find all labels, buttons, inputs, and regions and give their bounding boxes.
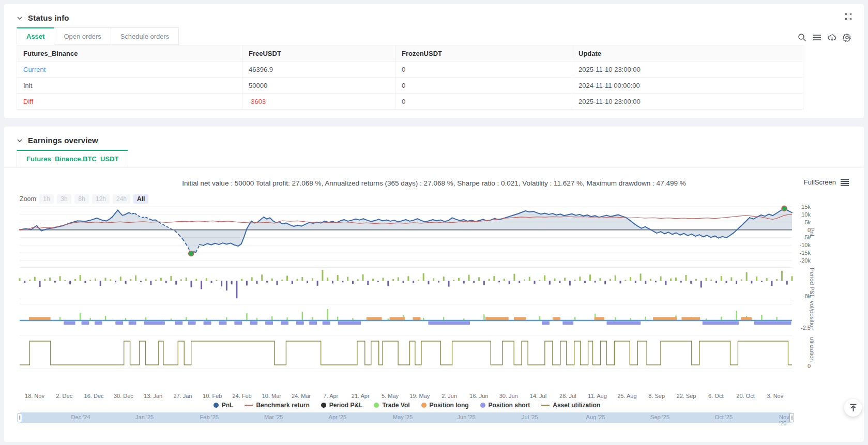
datazoom-month-label: Aug '25 xyxy=(586,414,605,420)
svg-text:10k: 10k xyxy=(801,211,811,218)
legend-label: PnL xyxy=(222,402,234,409)
x-tick-label: 16. Jun xyxy=(469,393,488,399)
gear-icon[interactable] xyxy=(843,33,851,42)
datazoom-month-label: Jan '25 xyxy=(135,414,154,420)
x-tick-label: 28. Jul xyxy=(559,393,576,399)
legend-swatch xyxy=(541,405,550,406)
x-tick-label: 30. Dec xyxy=(114,393,133,399)
cell-current-frozen: 0 xyxy=(395,62,572,78)
chart-panel-period-pnl[interactable]: -8k xyxy=(17,267,815,299)
arrow-up-to-top-icon xyxy=(849,404,857,412)
cell-current-free: 46396.9 xyxy=(242,62,395,78)
table-row-current: Current 46396.9 0 2025-11-10 23:00:00 xyxy=(17,62,803,78)
expand-icon[interactable] xyxy=(844,12,852,21)
col-header-account: Futures_Binance xyxy=(17,45,242,62)
chart-panel-vol-position[interactable]: -2.5 xyxy=(17,304,815,331)
legend-item-asset-utilization[interactable]: Asset utilization xyxy=(541,402,600,409)
row-label-current[interactable]: Current xyxy=(17,62,242,78)
earnings-chart: 15k10k5k0-5k-10k-15k-20k-8k-2.50PnLPerio… xyxy=(17,207,851,429)
cell-init-update: 2024-11-11 00:00:00 xyxy=(572,78,803,94)
datazoom-month-label: Oct '25 xyxy=(715,414,733,420)
datazoom-month-label: Feb '25 xyxy=(200,414,219,420)
legend-item-trade-vol[interactable]: Trade Vol xyxy=(374,402,409,409)
x-tick-label: 2. Jun xyxy=(441,393,457,399)
tab-asset[interactable]: Asset xyxy=(17,27,54,45)
chart-legend: PnLBenchmark returnPeriod P&LTrade VolPo… xyxy=(17,402,797,409)
legend-swatch xyxy=(245,405,253,406)
svg-text:5k: 5k xyxy=(804,219,811,225)
legend-item-benchmark-return[interactable]: Benchmark return xyxy=(245,402,309,409)
cloud-download-icon[interactable] xyxy=(828,33,836,42)
chart-panel-pnl[interactable]: 15k10k5k0-5k-10k-15k-20k xyxy=(17,207,815,260)
fullscreen-button[interactable]: FullScreen xyxy=(804,178,836,186)
tabs-divider xyxy=(4,167,864,168)
x-tick-label: 27. Jan xyxy=(173,393,192,399)
legend-swatch xyxy=(421,403,427,408)
zoom-option-3h[interactable]: 3h xyxy=(57,194,71,204)
zoom-option-8h[interactable]: 8h xyxy=(74,194,89,204)
collapse-chevron-icon[interactable] xyxy=(17,15,23,21)
earnings-overview-panel: Earnings overview Futures_Binance.BTC_US… xyxy=(4,127,864,442)
legend-item-pnl[interactable]: PnL xyxy=(214,402,234,409)
status-info-panel: Status info Asset Open orders Schedule o… xyxy=(4,4,864,118)
earnings-overview-title: Earnings overview xyxy=(28,136,98,145)
x-tick-label: 24. Mar xyxy=(292,393,311,399)
cell-current-update: 2025-11-10 23:00:00 xyxy=(572,62,803,78)
x-tick-label: 14. Jul xyxy=(530,393,546,399)
x-tick-label: 13. Jan xyxy=(144,393,162,399)
svg-text:-20k: -20k xyxy=(800,257,811,264)
x-tick-label: 18. Nov xyxy=(25,393,44,399)
earnings-stats-text: Initial net value : 50000 Total profit: … xyxy=(17,179,851,187)
cell-diff-update: 2025-11-10 23:00:00 xyxy=(572,94,803,110)
axis-name-utilization: utilization xyxy=(809,337,815,362)
chart-panel-utilization[interactable]: 0 xyxy=(17,335,815,369)
row-label-diff: Diff xyxy=(17,94,242,110)
col-header-update: Update xyxy=(572,45,803,62)
legend-label: Period P&L xyxy=(329,402,363,409)
legend-label: Trade Vol xyxy=(382,402,409,409)
col-header-free: FreeUSDT xyxy=(242,45,395,62)
x-tick-label: 19. May xyxy=(409,393,430,399)
table-row-init: Init 50000 0 2024-11-11 00:00:00 xyxy=(17,78,803,94)
cell-init-frozen: 0 xyxy=(395,78,572,94)
datazoom-month-label: Sep '25 xyxy=(650,414,669,420)
x-tick-label: 8. Sep xyxy=(648,393,665,399)
tab-schedule-orders[interactable]: Schedule orders xyxy=(111,27,179,45)
svg-text:-10k: -10k xyxy=(800,242,811,248)
zoom-option-24h[interactable]: 24h xyxy=(113,194,130,204)
x-tick-label: 22. Sep xyxy=(677,393,696,399)
menu-icon[interactable] xyxy=(813,33,821,42)
x-tick-label: 10. Mar xyxy=(262,393,281,399)
pnl-min-marker xyxy=(189,251,194,256)
legend-label: Position long xyxy=(430,402,469,409)
legend-label: Benchmark return xyxy=(256,402,309,409)
datazoom-month-label: Jun '25 xyxy=(458,414,476,420)
legend-swatch xyxy=(214,403,219,408)
legend-item-position-long[interactable]: Position long xyxy=(421,402,469,409)
datazoom-handle-right[interactable] xyxy=(789,413,794,422)
legend-item-period-p-l[interactable]: Period P&L xyxy=(321,402,363,409)
zoom-option-12h[interactable]: 12h xyxy=(92,194,110,204)
tab-open-orders[interactable]: Open orders xyxy=(54,27,111,45)
datazoom-month-label: Jul '25 xyxy=(522,414,538,420)
legend-item-position-short[interactable]: Position short xyxy=(480,402,530,409)
legend-label: Asset utilization xyxy=(553,402,600,409)
chart-menu-icon[interactable] xyxy=(840,179,849,186)
x-tick-label: 7. Apr xyxy=(324,393,339,399)
x-tick-label: 30. Jun xyxy=(499,393,518,399)
back-to-top-button[interactable] xyxy=(844,399,862,417)
status-info-title: Status info xyxy=(28,13,69,22)
search-icon[interactable] xyxy=(798,33,806,42)
svg-text:15k: 15k xyxy=(801,204,811,210)
collapse-chevron-icon[interactable] xyxy=(17,137,23,144)
zoom-controls: Zoom 1h3h8h12h24hAll xyxy=(4,187,864,204)
datazoom-handle-left[interactable] xyxy=(18,413,22,422)
zoom-option-1h[interactable]: 1h xyxy=(39,194,54,204)
x-tick-label: 25. Aug xyxy=(617,393,636,399)
tab-futures-binance-btc-usdt[interactable]: Futures_Binance.BTC_USDT xyxy=(17,150,128,167)
datazoom-slider[interactable]: Dec '24Jan '25Feb '25Mar '25Apr '25May '… xyxy=(20,412,792,423)
legend-swatch xyxy=(374,403,379,408)
zoom-option-all[interactable]: All xyxy=(133,194,148,204)
axis-name-vol-position: vol/position xyxy=(809,301,815,331)
x-tick-label: 21. Apr xyxy=(352,393,370,399)
